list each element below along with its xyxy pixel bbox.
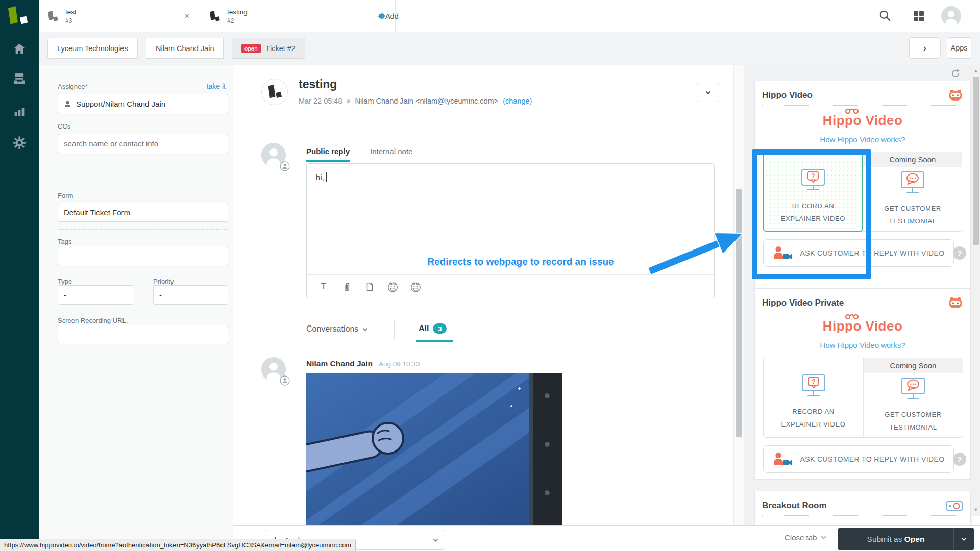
ticket-main-area: testing Mar 22 05:48 Nilam Chand Jain <n… [233,65,733,525]
text-format-icon[interactable]: T [316,279,331,294]
how-it-works-link[interactable]: How Hippo Video works? [755,135,970,144]
how-it-works-link[interactable]: How Hippo Video works? [755,341,970,350]
tab-title: testing [227,8,379,17]
apps-scrollbar[interactable]: ▲ ▼ [972,65,980,516]
screen-recording-label: Screen Recording URL. [58,317,128,324]
hippo-logo-ears-icon [844,107,860,115]
count-badge: 3 [433,323,447,334]
submit-status: Open [904,535,925,543]
card-label: EXPLAINER VIDEO [781,418,845,431]
hippo-video-library-icon[interactable] [408,279,423,294]
message-image-attachment[interactable] [306,373,562,525]
assignee-select[interactable]: Support/Nilam Chand Jain [58,94,228,113]
tab-internal-note[interactable]: Internal note [370,147,412,156]
annotation-highlight-box [752,149,871,279]
ask-customer-reply-button[interactable]: ASK CUSTOMER TO REPLY WITH VIDEO [763,445,954,473]
main-scrollbar[interactable] [733,65,744,525]
breadcrumb-org[interactable]: Lyceum Technologies [47,38,138,59]
breadcrumb-requester[interactable]: Nilam Chand Jain [146,38,224,59]
collapse-panel-button[interactable]: › [909,37,941,59]
chevron-down-icon [705,89,710,94]
document-icon[interactable] [362,279,377,294]
submit-options-toggle[interactable] [953,528,974,550]
views-icon[interactable] [0,71,39,86]
tab-title: test [65,8,182,17]
home-icon[interactable] [0,42,39,56]
card-label: TESTIMONIAL [885,421,941,434]
product-logo[interactable] [8,6,31,28]
search-icon[interactable] [878,9,892,24]
divider [394,320,395,340]
org-label: Lyceum Technologies [57,44,128,53]
type-select[interactable]: - [58,285,134,305]
nav-rail [0,0,39,551]
get-testimonial-card[interactable]: Coming Soon GET CUSTOMER TESTIMONIAL [863,358,963,437]
app-title: Breakout Room [762,500,827,511]
scroll-up-icon[interactable]: ▲ [972,68,980,73]
link-preview-statusbar: https://www.hippovideo.io/video/home?aut… [0,539,356,551]
ticket-meta: Mar 22 05:48 Nilam Chand Jain <nilam@lyc… [299,97,532,105]
take-it-link[interactable]: take it [207,82,226,90]
ticket-glyph-square [276,92,282,98]
filter-all-tab[interactable]: All 3 [419,323,447,334]
apps-toggle-button[interactable]: Apps [947,37,971,59]
scroll-down-icon[interactable]: ▼ [972,507,980,512]
admin-gear-icon[interactable] [0,136,39,150]
action-cards: ? RECORD AN EXPLAINER VIDEO Coming Soon [763,358,963,438]
conversations-filter[interactable]: Conversations [306,324,367,334]
reports-icon[interactable] [0,104,39,118]
tab-number: #3 [65,17,182,24]
active-tab-underline [306,160,350,162]
assignee-label: Assignee* [58,83,88,90]
ccs-input[interactable] [58,134,228,153]
ticket-tab-test[interactable]: test #3 × [39,0,200,32]
apps-grid-icon[interactable] [913,11,924,24]
change-requester-link[interactable]: (change) [503,97,532,105]
ticket-label: Ticket #2 [266,44,296,53]
scrollbar-thumb[interactable] [973,77,979,245]
attachment-icon[interactable] [339,279,354,294]
close-tab-icon[interactable]: × [182,11,191,21]
submit-button[interactable]: Submit as Open [838,528,974,550]
add-tab-button[interactable]: + Add [370,7,406,26]
message-author: Nilam Chand Jain [306,359,373,368]
coming-soon-band: Coming Soon [863,152,962,167]
collapse-header-button[interactable] [697,83,719,102]
agent-workspace: test #3 × testing #2 + Add [0,0,980,551]
hippo-video-record-icon[interactable] [385,279,400,294]
chevron-down-icon [433,537,438,542]
screen-recording-input[interactable] [58,325,228,344]
priority-label: Priority [153,278,174,285]
type-value: - [64,291,66,299]
status-badge: open [241,44,261,53]
user-avatar[interactable] [941,6,961,26]
submit-prefix: Submit as [867,535,902,543]
tags-input[interactable] [58,246,228,265]
monitor-chat-icon [898,169,927,196]
chevron-down-icon [962,536,967,541]
breadcrumb-ticket[interactable]: open Ticket #2 [232,38,305,59]
ticket-title: testing [299,78,337,91]
form-select[interactable]: Default Ticket Form [58,203,228,222]
priority-value: - [159,291,162,299]
get-testimonial-card[interactable]: Coming Soon GET CUSTOMER TESTIMONIAL [863,152,962,231]
chevron-down-icon [363,326,368,331]
help-icon[interactable]: ? [953,453,966,466]
hippo-logo-ears-icon [844,312,860,320]
priority-select[interactable]: - [153,285,228,305]
close-tab-button[interactable]: Close tab [785,533,825,542]
ticket-tab-testing[interactable]: testing #2 [201,0,396,32]
dot-separator [347,99,350,103]
ticket-glyph-bar [268,85,275,98]
person-camera-icon [772,452,793,467]
tags-label: Tags [58,238,71,245]
help-icon[interactable]: ? [953,246,966,260]
hippo-video-logo: Hippo Video [823,318,903,334]
agent-badge-icon [280,161,290,171]
plus-icon: + [377,11,382,21]
record-explainer-card[interactable]: ? RECORD AN EXPLAINER VIDEO [764,358,863,437]
person-icon [64,100,71,108]
tab-public-reply[interactable]: Public reply [306,147,350,156]
refresh-icon[interactable] [950,68,961,81]
ticket-icon [47,10,59,22]
